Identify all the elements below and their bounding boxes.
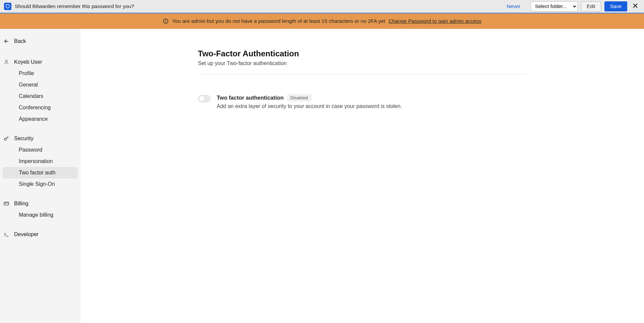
sidebar-group-billing: Billing Manage billing	[0, 198, 80, 221]
sidebar-group-user: Koyeb User Profile General Calendars Con…	[0, 56, 80, 125]
sidebar-head-developer-label: Developer	[14, 231, 39, 237]
sidebar-head-user[interactable]: Koyeb User	[0, 56, 80, 68]
bitwarden-edit-button[interactable]: Edit	[581, 1, 601, 11]
sidebar-item-password[interactable]: Password	[3, 144, 78, 156]
content-inner: Two-Factor Authentication Set up your Tw…	[198, 49, 527, 109]
sidebar-head-security-label: Security	[14, 136, 34, 142]
sidebar-head-billing[interactable]: Billing	[0, 198, 80, 209]
sidebar-item-calendars[interactable]: Calendars	[3, 91, 78, 102]
bitwarden-save-button[interactable]: Save	[604, 1, 627, 11]
sidebar-group-security: Security Password Impersonation Two fact…	[0, 133, 80, 190]
two-factor-setting-title: Two factor authentication	[217, 95, 284, 101]
sidebar-item-two-factor-auth[interactable]: Two factor auth	[3, 167, 78, 178]
two-factor-status-badge: Disabled	[287, 94, 312, 101]
admin-warning-banner: You are admin but you do not have a pass…	[0, 13, 644, 29]
key-icon	[3, 136, 9, 142]
bitwarden-bar: Should Bitwarden remember this password …	[0, 0, 644, 13]
bitwarden-never-link[interactable]: Never	[500, 1, 527, 11]
terminal-icon	[3, 231, 9, 237]
change-password-link[interactable]: Change Password to gain admin access	[388, 18, 481, 24]
two-factor-toggle[interactable]	[198, 95, 211, 102]
workspace: Back Koyeb User Profile General Calendar…	[0, 29, 644, 323]
svg-rect-5	[4, 202, 9, 205]
bitwarden-prompt-text: Should Bitwarden remember this password …	[15, 3, 134, 9]
sidebar-item-profile[interactable]: Profile	[3, 68, 78, 79]
page-subtitle: Set up your Two-factor authentication	[198, 60, 527, 66]
arrow-left-icon	[3, 38, 9, 44]
two-factor-setting-description: Add an extra layer of security to your a…	[217, 103, 402, 109]
sidebar-item-general[interactable]: General	[3, 79, 78, 91]
page-title: Two-Factor Authentication	[198, 49, 527, 58]
sidebar-head-developer[interactable]: Developer	[0, 229, 80, 240]
sidebar-head-security[interactable]: Security	[0, 133, 80, 144]
sidebar-item-sso[interactable]: Single Sign-On	[3, 178, 78, 190]
sidebar-item-conferencing[interactable]: Conferencing	[3, 102, 78, 113]
divider	[198, 74, 527, 74]
bitwarden-folder-select[interactable]: Select folder...	[531, 1, 578, 11]
svg-point-2	[166, 20, 166, 20]
bitwarden-close-button[interactable]	[631, 3, 640, 10]
close-icon	[632, 3, 638, 9]
admin-warning-text: You are admin but you do not have a pass…	[172, 18, 385, 24]
sidebar-head-billing-label: Billing	[14, 201, 29, 207]
toggle-knob	[199, 96, 205, 102]
two-factor-setting-row: Two factor authentication Disabled Add a…	[198, 94, 527, 109]
main-content: Two-Factor Authentication Set up your Tw…	[80, 29, 644, 323]
sidebar-item-appearance[interactable]: Appearance	[3, 113, 78, 125]
back-label: Back	[14, 38, 26, 44]
svg-point-3	[5, 60, 7, 62]
sidebar-head-user-label: Koyeb User	[14, 59, 42, 65]
back-button[interactable]: Back	[0, 38, 80, 44]
sidebar-item-manage-billing[interactable]: Manage billing	[3, 209, 78, 221]
card-icon	[3, 201, 9, 207]
bitwarden-logo-icon	[4, 3, 11, 10]
sidebar-item-impersonation[interactable]: Impersonation	[3, 156, 78, 167]
sidebar: Back Koyeb User Profile General Calendar…	[0, 29, 80, 323]
sidebar-group-developer: Developer	[0, 229, 80, 240]
info-icon	[163, 18, 169, 24]
user-icon	[3, 59, 9, 65]
